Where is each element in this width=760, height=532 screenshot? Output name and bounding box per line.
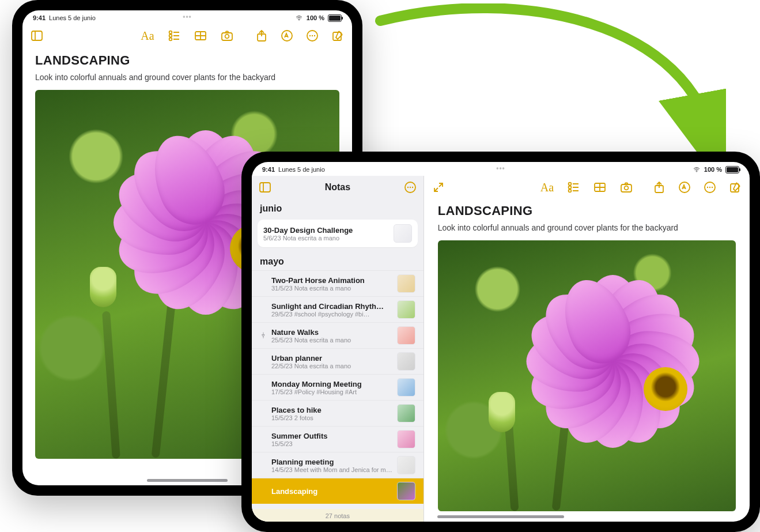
notes-count: 27 notas [252, 509, 424, 522]
svg-rect-1 [32, 31, 42, 40]
more-button[interactable] [702, 180, 717, 195]
format-button[interactable]: Aa [140, 28, 155, 43]
svg-point-17 [309, 35, 311, 36]
battery-icon [725, 166, 739, 173]
multitask-dots-icon[interactable]: ••• [496, 164, 505, 172]
note-row-subtitle: 17/5/23 #Policy #Housing #Art [271, 388, 392, 395]
checklist-button[interactable] [167, 28, 182, 43]
status-time: 9:41 [33, 14, 46, 21]
table-button[interactable] [193, 28, 208, 43]
note-row-thumb [397, 326, 415, 345]
svg-point-21 [696, 171, 697, 172]
note-row[interactable]: Planning meeting14/5/23 Meet with Mom an… [252, 452, 424, 478]
markup-button[interactable] [677, 180, 692, 195]
status-bar: 9:41 Lunes 5 de junio ••• 100 % [252, 162, 750, 176]
svg-point-3 [169, 31, 172, 34]
multitask-dots-icon[interactable]: ••• [183, 13, 192, 21]
note-row[interactable]: Landscaping [252, 478, 424, 504]
markup-button[interactable] [279, 28, 294, 43]
note-row-thumb [397, 378, 415, 397]
svg-point-30 [569, 186, 572, 189]
svg-point-18 [312, 35, 313, 36]
status-time: 9:41 [262, 166, 275, 173]
svg-point-43 [709, 187, 710, 188]
note-row-thumb [397, 404, 415, 422]
note-row[interactable]: Two-Part Horse Animation31/5/23 Nota esc… [252, 270, 424, 296]
note-row-subtitle: 25/5/23 Nota escrita a mano [271, 337, 392, 344]
battery-percent: 100 % [307, 14, 324, 21]
sidebar-title: Notas [273, 182, 403, 193]
note-row-title: Places to hike [271, 406, 392, 414]
note-row-title: Sunlight and Circadian Rhyth… [271, 302, 392, 311]
status-bar: 9:41 Lunes 5 de junio ••• 100 % [22, 10, 352, 24]
notes-sidebar: Notas junio30-Day Design Challenge5/6/23… [252, 176, 424, 522]
note-row-title: Planning meeting [271, 458, 392, 466]
svg-point-32 [569, 190, 572, 193]
note-row[interactable]: Urban planner22/5/23 Nota escrita a mano [252, 348, 424, 374]
note-row-thumb [397, 300, 415, 319]
svg-point-44 [712, 187, 713, 188]
svg-point-42 [707, 187, 708, 188]
table-button[interactable] [592, 180, 607, 195]
note-row-thumb [397, 456, 415, 474]
wifi-icon [693, 167, 701, 173]
note-row[interactable]: Sunlight and Circadian Rhyth…29/5/23 #sc… [252, 296, 424, 322]
sidebar-month-header: junio [252, 199, 424, 217]
note-body: Look into colorful annuals and ground co… [35, 73, 339, 82]
battery-percent: 100 % [704, 166, 722, 173]
svg-point-28 [569, 183, 572, 186]
note-row-title: Monday Morning Meeting [271, 380, 392, 388]
home-indicator[interactable] [437, 515, 564, 518]
sidebar-toggle-icon[interactable] [258, 180, 273, 195]
sidebar-more-button[interactable] [403, 180, 418, 195]
camera-button[interactable] [220, 28, 235, 43]
note-card-thumb [394, 224, 412, 243]
home-indicator[interactable] [147, 479, 228, 482]
note-row-thumb [397, 430, 415, 448]
ipad-landscape: 9:41 Lunes 5 de junio ••• 100 % [241, 152, 760, 532]
note-row[interactable]: Places to hike15/5/23 2 fotos [252, 400, 424, 426]
note-row[interactable]: Nature Walks25/5/23 Nota escrita a mano [252, 322, 424, 348]
note-content[interactable]: LANDSCAPING Look into colorful annuals a… [424, 199, 750, 511]
svg-point-13 [225, 35, 229, 39]
svg-point-38 [625, 186, 629, 190]
share-button[interactable] [652, 180, 667, 195]
note-toolbar: Aa [22, 24, 352, 47]
note-row[interactable]: Summer Outfits15/5/23 [252, 426, 424, 452]
front-camera [245, 334, 249, 350]
note-row-subtitle: 29/5/23 #school #psychology #bi… [271, 311, 392, 318]
svg-point-26 [410, 187, 411, 188]
note-photo[interactable] [438, 240, 736, 511]
note-row-title: Summer Outfits [271, 432, 392, 440]
svg-point-5 [169, 35, 172, 37]
battery-icon [328, 14, 342, 22]
camera-button[interactable] [619, 180, 634, 195]
front-camera [179, 3, 195, 8]
note-row-title: Urban planner [271, 354, 392, 363]
note-row-subtitle: 15/5/23 [271, 440, 392, 447]
format-button[interactable]: Aa [539, 180, 554, 195]
checklist-button[interactable] [566, 180, 581, 195]
sidebar-toggle-icon[interactable] [29, 28, 44, 43]
svg-point-7 [169, 38, 172, 41]
flower-image [438, 240, 736, 511]
note-toolbar: Aa [424, 176, 750, 199]
compose-button[interactable] [728, 180, 743, 195]
status-date: Lunes 5 de junio [278, 166, 325, 173]
svg-point-27 [412, 187, 413, 188]
more-button[interactable] [305, 28, 320, 43]
note-row-subtitle: 14/5/23 Meet with Mom and Jenica for m… [271, 466, 392, 473]
note-row-subtitle: 31/5/23 Nota escrita a mano [271, 285, 392, 292]
expand-button[interactable] [431, 180, 446, 195]
svg-point-0 [298, 20, 299, 20]
note-card[interactable]: 30-Day Design Challenge5/6/23 Nota escri… [258, 220, 418, 247]
note-row-thumb [397, 482, 415, 500]
note-row-title: Nature Walks [271, 328, 392, 337]
share-button[interactable] [254, 28, 269, 43]
note-row-thumb [397, 274, 415, 293]
note-row-subtitle: 15/5/23 2 fotos [271, 414, 392, 421]
note-row-subtitle: 22/5/23 Nota escrita a mano [271, 363, 392, 369]
compose-button[interactable] [330, 28, 345, 43]
sidebar-month-header: mayo [252, 252, 424, 270]
note-row[interactable]: Monday Morning Meeting17/5/23 #Policy #H… [252, 374, 424, 400]
